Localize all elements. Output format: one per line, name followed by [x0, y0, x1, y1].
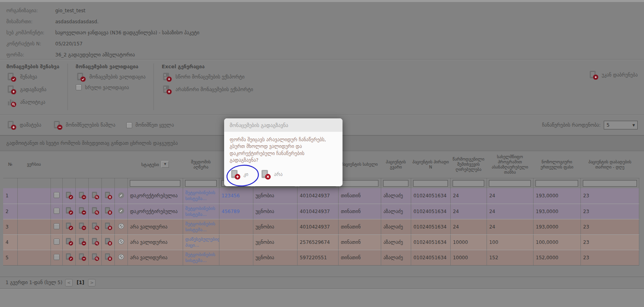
modal-yes-button[interactable]: კი — [230, 169, 248, 180]
column-header-version[interactable]: ვერსია — [17, 151, 51, 178]
details-row-icon[interactable] — [104, 253, 112, 261]
cell-indicator — [114, 219, 127, 234]
status-filter-button[interactable]: ▼ — [161, 161, 169, 168]
row-checkbox[interactable] — [54, 192, 60, 198]
select-all-checkbox[interactable] — [126, 122, 132, 128]
filter-cell — [114, 178, 127, 188]
edit-row-icon[interactable] — [65, 191, 73, 200]
column-header-status[interactable]: სტატუსი▼ — [141, 161, 169, 168]
details-row-icon[interactable] — [104, 191, 112, 200]
cell-view — [88, 188, 101, 204]
info-row: ფორმა:36_2 გადაუდებელი ამბულატორია — [6, 49, 644, 60]
filter-input-reimbursable_amount[interactable] — [489, 180, 531, 187]
column-header-reimbursable_amount[interactable]: სახელმწიფო პროგრამით ასანაზღაურებელი თან… — [487, 151, 533, 178]
details-row-icon[interactable] — [104, 237, 112, 246]
error-link[interactable]: შეტყობინების სისტემა... — [185, 252, 217, 264]
history-number-link[interactable]: 456789 — [222, 209, 240, 214]
send-label: გადაგზავნა — [20, 87, 47, 92]
analytics-button[interactable]: ანალიტიკა — [6, 97, 60, 107]
cell-delete — [75, 250, 88, 265]
edit-row-icon[interactable] — [65, 206, 73, 215]
edit-row-icon[interactable] — [65, 237, 73, 246]
filter-input-last_name[interactable] — [383, 180, 408, 187]
no-icon — [260, 169, 271, 180]
filter-input-personal_n[interactable] — [413, 180, 448, 187]
delete-selected-button[interactable]: მონიშნულების წაშლა — [52, 120, 116, 130]
edit-row-icon[interactable] — [65, 222, 73, 230]
bottom-strip — [0, 289, 644, 307]
select-all-label: მონიშნეთ ყველა — [135, 122, 174, 128]
delete-row-icon[interactable] — [78, 206, 86, 215]
history-number-link[interactable]: 123456 — [222, 193, 240, 198]
row-checkbox[interactable] — [54, 208, 60, 214]
view-row-icon[interactable] — [91, 191, 99, 200]
column-header-personal_n[interactable]: პაციენტის პირადი N — [411, 151, 450, 178]
filter-input-first_name[interactable] — [341, 180, 378, 187]
delete-row-icon[interactable] — [78, 237, 86, 246]
filter-input-birth_day[interactable] — [583, 180, 637, 187]
delete-row-icon[interactable] — [78, 253, 86, 261]
column-header-error[interactable]: შეცდომის აღწერა — [183, 151, 219, 178]
prev-page-button[interactable]: < — [65, 279, 73, 286]
validate-icon — [76, 72, 86, 82]
send-button[interactable]: გადაგზავნა — [6, 84, 60, 95]
cell-first_name: თინათინ — [338, 250, 381, 265]
cell-status: არა ვალიდურია — [127, 219, 183, 234]
column-header-unit_price[interactable]: ნოზოლოგიური ერთეულის ფასი — [533, 151, 580, 178]
table-row: 1დაკორექტირებულიაშეტყობინების სისტემა...… — [3, 188, 639, 204]
column-header-first_name[interactable]: პაციენტის სახელი — [338, 151, 381, 178]
export-invalid-button[interactable]: არასწორი მონაცემების ექსპორტი — [162, 84, 253, 95]
row-checkbox[interactable] — [54, 239, 60, 245]
cell-cb — [51, 188, 62, 204]
cell-edit — [62, 250, 75, 265]
column-header-empty — [75, 151, 88, 178]
error-link[interactable]: შეტყობინების სისტემა... — [185, 190, 217, 202]
cell-hidden_col: უცნობია — [253, 204, 297, 219]
validate-button[interactable]: მონაცემების ვალიდაცია — [76, 72, 146, 82]
error-link[interactable]: შეტყობინების სისტემა... — [185, 221, 217, 233]
filter-input-unit_price[interactable] — [535, 180, 578, 187]
next-page-button[interactable]: > — [88, 279, 95, 286]
full-validation-checkbox-item[interactable]: სრული ვალიდაცია — [76, 84, 146, 90]
table-row: 2დაკორექტირებულიაშეტყობინების სისტემა...… — [3, 204, 639, 219]
row-checkbox[interactable] — [54, 254, 60, 260]
current-page-label[interactable]: [1] — [77, 280, 84, 285]
error-link[interactable]: შეტყობინების სისტემა... — [185, 206, 217, 217]
view-row-icon[interactable] — [91, 237, 99, 246]
full-validation-checkbox[interactable] — [76, 84, 82, 90]
save-button[interactable]: შენახვა — [6, 72, 60, 82]
export-valid-button[interactable]: სწორი მონაცემების ექსპორტი — [162, 72, 253, 82]
column-header-n[interactable]: № — [3, 151, 17, 178]
filter-cell — [51, 178, 62, 188]
records-per-page-select[interactable]: 5 ▼ — [604, 121, 638, 129]
edit-row-icon[interactable] — [65, 253, 73, 261]
error-link[interactable]: დაწესებულებიდან პაცი... — [185, 236, 219, 248]
select-all-item[interactable]: მონიშნეთ ყველა — [126, 122, 174, 128]
details-row-icon[interactable] — [104, 222, 112, 230]
column-header-birth_day[interactable]: პაციენტის დაბადების თარიღი - დღე — [580, 151, 639, 178]
row-checkbox[interactable] — [54, 223, 60, 229]
cell-last_name: აზალაძე — [381, 204, 411, 219]
details-row-icon[interactable] — [104, 206, 112, 215]
cell-status: არა ვალიდურია — [127, 250, 183, 265]
cell-personal_n: 01024051634 — [411, 250, 450, 265]
back-button[interactable]: უკან დაბრუნება — [588, 70, 638, 80]
column-header-status[interactable]: სტატუსი▼ — [127, 151, 183, 178]
filter-input-presented_value[interactable] — [453, 180, 484, 187]
pagination-summary: 1 გვერდი 1-დან (სულ 5) — [6, 280, 62, 285]
table-row: 4არა ვალიდურიადაწესებულებიდან პაცი...უცნ… — [3, 234, 639, 250]
delete-row-icon[interactable] — [78, 222, 86, 230]
column-header-presented_value[interactable]: წარმოდგენილი შემთხვევის ღირებულება — [450, 151, 487, 178]
column-header-last_name[interactable]: პაციენტის გვარი — [381, 151, 411, 178]
view-row-icon[interactable] — [91, 222, 99, 230]
view-row-icon[interactable] — [91, 253, 99, 261]
cell-n: 1 — [3, 188, 17, 204]
add-button[interactable]: დამატება — [6, 120, 41, 130]
delete-row-icon[interactable] — [78, 191, 86, 200]
filter-input-error[interactable] — [185, 180, 217, 187]
cell-hidden_col: უცნობია — [253, 234, 297, 250]
modal-no-button[interactable]: არა — [260, 169, 283, 180]
table-row: 5არა ვალიდურიაშეტყობინების სისტემა...უცნ… — [3, 250, 639, 265]
view-row-icon[interactable] — [91, 206, 99, 215]
filter-input-status[interactable] — [130, 180, 180, 187]
